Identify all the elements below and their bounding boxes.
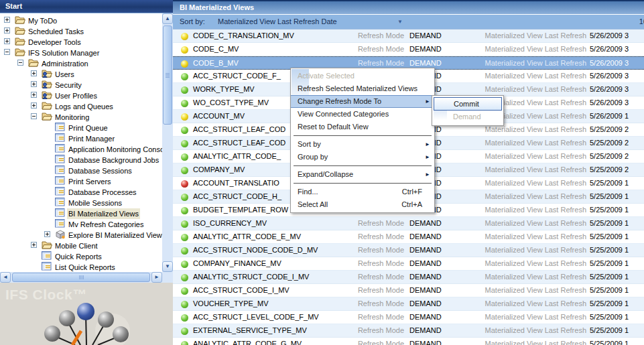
horizontal-scrollbar-thumb[interactable] [12, 273, 150, 282]
tree-item-administration[interactable]: Administration [0, 58, 162, 68]
table-row[interactable]: ACC_STRUCT_NODE_CODE_D_MVRefresh ModeDEM… [173, 244, 644, 257]
tree-item-label: Logs and Queues [54, 101, 115, 112]
table-row[interactable]: COMPANY_FINANCE_MVRefresh ModeDEMANDMate… [173, 257, 644, 271]
menu-item-label: Select All [298, 200, 328, 208]
context-menu: Activate SelectedRefresh Selected Materi… [290, 68, 435, 213]
tree-item-mobile-client[interactable]: Mobile Client [0, 240, 162, 251]
last-refresh-date-value: 5/25/2009 1 [590, 311, 629, 324]
expand-toggle-icon[interactable] [31, 242, 37, 248]
collapse-toggle-icon[interactable] [17, 60, 23, 66]
vertical-scrollbar-thumb[interactable] [163, 25, 172, 125]
table-row[interactable]: ACC_STRUCT_LEVEL_CODE_F_MVRefresh ModeDE… [173, 311, 644, 324]
window-icon [42, 262, 52, 271]
refresh-mode-submenu: CommitDemand [432, 95, 504, 126]
menu-separator [294, 165, 432, 166]
last-refresh-date-value: 5/25/2009 1 [590, 230, 629, 243]
refresh-mode-value: DEMAND [409, 244, 442, 257]
menu-item-select-all[interactable]: Select AllCtrl+A [291, 198, 434, 211]
tree-item-explore-bi-materialized-views[interactable]: Explore BI Materialized Views [0, 229, 162, 240]
menu-item-change-refresh-mode-to[interactable]: Change Refresh Mode To► [291, 95, 434, 108]
tree-item-label: Users [54, 69, 76, 80]
expand-toggle-icon[interactable] [31, 70, 37, 76]
tree-item-developer-tools[interactable]: Developer Tools [0, 36, 162, 47]
tree-item-mobile-sessions[interactable]: Mobile Sessions [0, 197, 162, 208]
refresh-mode-label: Refresh Mode [357, 257, 404, 270]
tree-item-scheduled-tasks[interactable]: Scheduled Tasks [0, 25, 162, 36]
window-icon [55, 208, 66, 218]
scroll-left-button[interactable]: ◄ [0, 272, 11, 283]
table-row[interactable]: VOUCHER_TYPE_MVRefresh ModeDEMANDMateria… [173, 297, 644, 311]
menu-item-label: Reset to Default View [298, 123, 369, 131]
table-row[interactable]: ANALYTIC_ATTR_CODE_G_MVRefresh ModeDEMAN… [173, 338, 644, 345]
menu-item-label: View Connected Categories [298, 110, 389, 118]
refresh-mode-label: Refresh Mode [357, 297, 404, 310]
submenu-item-commit[interactable]: Commit [434, 97, 502, 111]
expand-toggle-icon[interactable] [4, 27, 10, 33]
tree-item-database-sessions[interactable]: Database Sessions [0, 165, 162, 176]
tree-vertical-scrollbar[interactable]: ▲ ▼ [162, 13, 173, 272]
collapse-toggle-icon[interactable] [4, 49, 10, 55]
expand-toggle-icon[interactable] [31, 92, 37, 98]
menu-item-sort-by[interactable]: Sort by► [291, 138, 434, 151]
expand-toggle-icon[interactable] [4, 38, 10, 44]
menu-item-label: Activate Selected [298, 72, 355, 80]
menu-item-reset-to-default-view[interactable]: Reset to Default View [291, 121, 434, 133]
window-icon [55, 198, 66, 207]
tree-item-mv-refresh-categories[interactable]: Mv Refresh Categories [0, 218, 162, 229]
last-refresh-date-value: 5/25/2009 1 [590, 271, 629, 283]
tree-item-print-servers[interactable]: Print Servers [0, 176, 162, 186]
menu-item-refresh-selected-materialized-views[interactable]: Refresh Selected Materialized Views [291, 82, 434, 95]
collapse-toggle-icon[interactable] [31, 113, 37, 119]
green-status-icon [181, 220, 188, 228]
tree-item-print-queue[interactable]: Print Queue [0, 122, 162, 133]
tree-item-users[interactable]: Users [0, 68, 162, 79]
last-refresh-date-value: 5/25/2009 1 [590, 244, 629, 257]
tree-item-logs-and-queues[interactable]: Logs and Queues [0, 100, 162, 111]
window-icon [55, 219, 66, 228]
tree-horizontal-scrollbar[interactable]: ◄ ► [0, 272, 162, 283]
menu-item-expand-collapse[interactable]: Expand/Collapse► [291, 168, 434, 181]
menu-item-find[interactable]: Find...Ctrl+F [291, 186, 434, 198]
mv-name: ACCOUNT_MV [193, 110, 245, 123]
table-row[interactable]: EXTERNAL_SERVICE_TYPE_MVRefresh ModeDEMA… [173, 324, 644, 338]
tree-item-list-quick-reports[interactable]: List Quick Reports [0, 261, 162, 272]
tree-item-quick-reports[interactable]: Quick Reports [0, 251, 162, 261]
mv-name: COMPANY_MV [193, 163, 245, 176]
tree-item-print-manager[interactable]: Print Manager [0, 133, 162, 143]
scroll-right-button[interactable]: ► [151, 272, 162, 283]
expand-toggle-icon[interactable] [4, 17, 10, 23]
tree-item-database-background-jobs[interactable]: Database Background Jobs [0, 154, 162, 165]
expand-toggle-icon[interactable] [31, 102, 37, 109]
tree-item-database-processes[interactable]: Database Processes [0, 186, 162, 197]
menu-item-view-connected-categories[interactable]: View Connected Categories [291, 108, 434, 121]
table-row[interactable]: ANALYTIC_STRUCT_CODE_I_MVRefresh ModeDEM… [173, 271, 644, 284]
window-icon [55, 133, 66, 143]
tree-item-ifs-solution-manager[interactable]: IFS Solution Manager [0, 47, 162, 58]
row-count: 16 [639, 15, 644, 29]
sort-by-dropdown[interactable]: Materialized View Last Refresh Date [218, 15, 337, 29]
table-row[interactable]: CODE_C_MVRefresh ModeDEMANDMaterialized … [173, 43, 644, 56]
tree-item-user-profiles[interactable]: User Profiles [0, 90, 162, 100]
table-row[interactable]: CODE_C_TRANSLATION_MVRefresh ModeDEMANDM… [173, 29, 644, 43]
mv-name: WO_COST_TYPE_MV [193, 96, 269, 109]
last-refresh-date-value: 5/25/2009 1 [590, 177, 629, 190]
tree-item-monitoring[interactable]: Monitoring [0, 111, 162, 122]
scroll-down-button[interactable]: ▼ [162, 261, 173, 272]
expand-toggle-icon[interactable] [31, 81, 37, 87]
menu-item-group-by[interactable]: Group by► [291, 151, 434, 163]
tree-item-label: Security [54, 80, 83, 90]
green-status-icon [181, 86, 188, 94]
mv-name: ANALYTIC_ATTR_CODE_G_MV [193, 338, 302, 345]
table-row[interactable]: ACC_STRUCT_CODE_I_MVRefresh ModeDEMANDMa… [173, 284, 644, 297]
table-row[interactable]: ANALYTIC_ATTR_CODE_E_MVRefresh ModeDEMAN… [173, 230, 644, 244]
sort-dropdown-icon[interactable]: ▼ [397, 15, 403, 29]
tree-item-security[interactable]: Security [0, 79, 162, 90]
table-row[interactable]: ISO_CURRENCY_MVRefresh ModeDEMANDMateria… [173, 217, 644, 230]
tree-item-bi-materialized-views[interactable]: BI Materialized Views [0, 208, 162, 218]
scroll-up-button[interactable]: ▲ [162, 13, 173, 24]
tree-item-application-monitoring-console[interactable]: Application Monitoring Console [0, 143, 162, 154]
expand-toggle-icon[interactable] [44, 231, 50, 237]
refresh-mode-value: DEMAND [409, 230, 442, 243]
tree-item-my-todo[interactable]: My ToDo [0, 15, 162, 25]
tree-item-label: Print Manager [67, 133, 116, 144]
